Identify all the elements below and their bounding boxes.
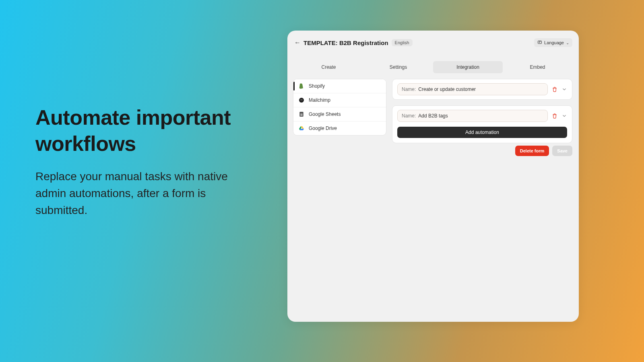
chevron-down-icon: ⌄ — [566, 41, 569, 45]
content-row: Shopify Mailchimp Google Sheets — [287, 73, 579, 143]
trash-icon[interactable] — [552, 113, 557, 119]
globe-icon — [537, 40, 542, 45]
page-background: Automate important workflows Replace you… — [0, 0, 644, 362]
sidebar-item-label: Mailchimp — [309, 97, 330, 103]
automation-card: Name: Create or update customer — [392, 79, 572, 100]
integration-sidebar: Shopify Mailchimp Google Sheets — [293, 79, 386, 136]
automation-name-field[interactable]: Name: Create or update customer — [397, 83, 548, 95]
page-title: TEMPLATE: B2B Registration — [303, 39, 388, 46]
svg-rect-6 — [300, 115, 302, 115]
automations-column: Name: Create or update customer Name: — [392, 79, 572, 143]
svg-rect-7 — [300, 115, 302, 116]
svg-point-3 — [302, 100, 303, 101]
form-actions: Delete form Save — [287, 143, 579, 156]
sidebar-item-google-drive[interactable]: Google Drive — [293, 121, 386, 135]
google-drive-icon — [298, 125, 305, 132]
sidebar-item-label: Google Sheets — [309, 111, 341, 117]
name-label: Name: — [402, 86, 416, 92]
chevron-down-icon[interactable] — [561, 113, 567, 119]
svg-rect-4 — [299, 112, 303, 117]
automation-card: Name: Add B2B tags — [397, 110, 567, 122]
mailchimp-icon — [298, 97, 305, 103]
back-arrow-icon[interactable]: ← — [294, 39, 301, 46]
svg-rect-5 — [300, 114, 302, 114]
marketing-subcopy: Replace your manual tasks with native ad… — [35, 168, 253, 219]
sidebar-item-google-sheets[interactable]: Google Sheets — [293, 107, 386, 121]
name-value: Add B2B tags — [418, 113, 448, 119]
tab-integration[interactable]: Integration — [433, 61, 503, 73]
name-value: Create or update customer — [418, 86, 476, 92]
language-label: Language — [544, 40, 564, 45]
trash-icon[interactable] — [552, 86, 557, 92]
sidebar-item-mailchimp[interactable]: Mailchimp — [293, 93, 386, 107]
svg-point-2 — [301, 100, 301, 101]
google-sheets-icon — [298, 111, 305, 117]
automation-card-stack: Name: Add B2B tags Add automation — [392, 105, 572, 143]
sidebar-item-shopify[interactable]: Shopify — [293, 79, 386, 93]
save-button[interactable]: Save — [552, 146, 572, 156]
app-panel: ← TEMPLATE: B2B Registration English Lan… — [287, 31, 579, 322]
marketing-copy: Automate important workflows Replace you… — [35, 105, 253, 219]
name-label: Name: — [402, 113, 416, 119]
chevron-down-icon[interactable] — [561, 86, 567, 92]
language-badge: English — [392, 39, 413, 46]
tab-embed[interactable]: Embed — [503, 61, 572, 73]
tabs: Create Settings Integration Embed — [294, 61, 572, 73]
sidebar-item-label: Shopify — [309, 83, 325, 89]
add-automation-button[interactable]: Add automation — [397, 127, 567, 138]
tab-create[interactable]: Create — [294, 61, 363, 73]
shopify-icon — [298, 83, 305, 89]
svg-point-1 — [299, 98, 304, 103]
tab-settings[interactable]: Settings — [363, 61, 433, 73]
panel-header: ← TEMPLATE: B2B Registration English Lan… — [287, 31, 579, 49]
automation-name-field[interactable]: Name: Add B2B tags — [397, 110, 548, 122]
delete-form-button[interactable]: Delete form — [515, 146, 549, 156]
sidebar-item-label: Google Drive — [309, 125, 337, 131]
marketing-headline: Automate important workflows — [35, 105, 253, 157]
language-select[interactable]: Language ⌄ — [534, 38, 572, 47]
